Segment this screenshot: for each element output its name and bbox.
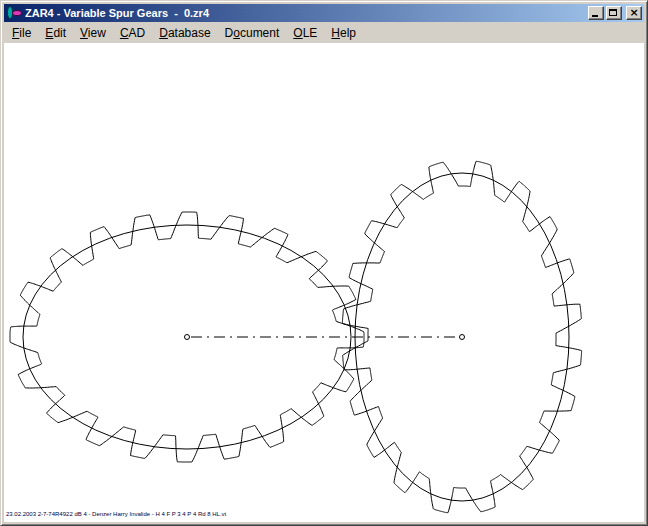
menu-item-edit[interactable]: Edit <box>38 25 73 42</box>
drawing-canvas <box>4 43 644 522</box>
minimize-button[interactable] <box>588 6 604 20</box>
gear-center-marker-left <box>185 335 190 340</box>
pitch-ellipse-right <box>355 173 569 501</box>
drawing-footer-text: 23.02.2003 2-7-74R4922 dB 4 - Denzer Har… <box>6 511 226 518</box>
drawing-area: 23.02.2003 2-7-74R4922 dB 4 - Denzer Har… <box>4 43 644 522</box>
menu-item-database[interactable]: Database <box>152 25 217 42</box>
minimize-icon <box>592 15 598 17</box>
menu-item-help[interactable]: Help <box>324 25 363 42</box>
maximize-button[interactable] <box>606 6 622 20</box>
menu-item-ole[interactable]: OLE <box>286 25 324 42</box>
close-button[interactable]: × <box>626 6 642 20</box>
close-icon: × <box>627 6 641 20</box>
app-icon-elliptical-gears[interactable] <box>6 6 22 20</box>
maximize-icon <box>609 9 617 16</box>
menu-item-document[interactable]: Document <box>218 25 287 42</box>
magenta-ellipse-gear-icon <box>12 10 22 16</box>
menu-item-file[interactable]: File <box>5 25 38 42</box>
window-controls: × <box>586 6 642 20</box>
menu-item-cad[interactable]: CAD <box>113 25 152 42</box>
window-title: ZAR4 - Variable Spur Gears - 0.zr4 <box>25 4 583 22</box>
title-bar[interactable]: ZAR4 - Variable Spur Gears - 0.zr4 × <box>4 4 644 22</box>
menu-bar: File Edit View CAD Database Document OLE… <box>4 24 644 43</box>
app-window: ZAR4 - Variable Spur Gears - 0.zr4 × Fil… <box>0 0 648 526</box>
pitch-ellipse-left <box>23 225 351 449</box>
menu-item-view[interactable]: View <box>73 25 113 42</box>
gear-center-marker-right <box>460 335 465 340</box>
